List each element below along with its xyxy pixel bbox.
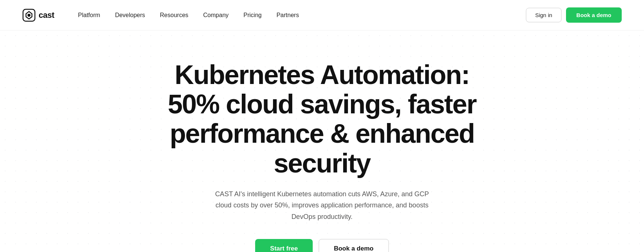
nav-link-company[interactable]: Company	[197, 9, 234, 22]
hero-title-line2: 50% cloud savings, faster	[168, 89, 476, 119]
book-demo-nav-button[interactable]: Book a demo	[566, 7, 622, 23]
hero-buttons: Start free Book a demo	[155, 239, 489, 252]
start-free-button[interactable]: Start free	[255, 239, 313, 252]
navbar-left: cast Platform Developers Resources Compa…	[22, 9, 305, 22]
hero-content: Kubernetes Automation: 50% cloud savings…	[155, 60, 489, 252]
logo[interactable]: cast	[22, 9, 54, 22]
nav-link-pricing[interactable]: Pricing	[238, 9, 268, 22]
nav-link-resources[interactable]: Resources	[154, 9, 194, 22]
hero-title-line3: performance & enhanced security	[170, 119, 474, 178]
hero-title-line1: Kubernetes Automation:	[175, 60, 469, 90]
nav-link-developers[interactable]: Developers	[109, 9, 151, 22]
nav-links: Platform Developers Resources Company Pr…	[72, 9, 305, 22]
hero-section: Kubernetes Automation: 50% cloud savings…	[0, 30, 644, 252]
logo-text: cast	[39, 10, 54, 20]
navbar: cast Platform Developers Resources Compa…	[0, 0, 644, 30]
hero-title: Kubernetes Automation: 50% cloud savings…	[155, 60, 489, 178]
book-demo-hero-button[interactable]: Book a demo	[319, 239, 389, 252]
hero-subtitle: CAST AI's intelligent Kubernetes automat…	[214, 188, 430, 223]
cast-logo-icon	[22, 9, 36, 22]
signin-button[interactable]: Sign in	[526, 8, 562, 22]
navbar-right: Sign in Book a demo	[526, 7, 622, 23]
svg-point-1	[27, 14, 30, 17]
nav-link-platform[interactable]: Platform	[72, 9, 106, 22]
nav-link-partners[interactable]: Partners	[270, 9, 305, 22]
